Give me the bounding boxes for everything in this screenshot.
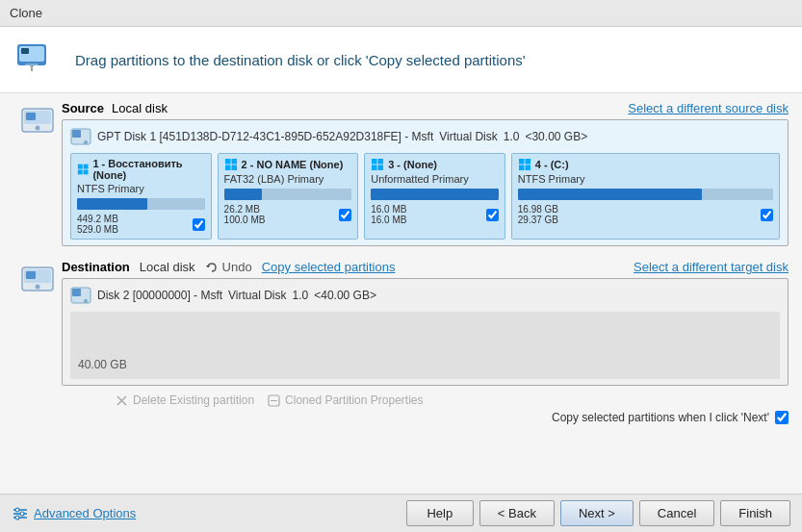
select-source-link[interactable]: Select a different source disk — [628, 101, 789, 115]
svg-rect-13 — [78, 165, 83, 169]
svg-rect-18 — [231, 159, 237, 165]
svg-point-35 — [84, 299, 88, 303]
source-disk-header: GPT Disk 1 [451D138D-D712-43C1-895D-652A… — [70, 126, 780, 147]
svg-point-43 — [15, 508, 19, 512]
partition-type: NTFS Primary — [77, 183, 205, 194]
footer: Advanced Options Help < Back Next > Canc… — [0, 494, 802, 532]
partition-type: Unformatted Primary — [371, 173, 499, 185]
title-bar-label: Clone — [10, 6, 42, 20]
dest-disk-type: Virtual Disk — [228, 289, 286, 302]
header-banner: Drag partitions to the destination disk … — [0, 27, 802, 93]
dest-disk-version: 1.0 — [293, 289, 309, 302]
copy-selected-partitions-link[interactable]: Copy selected partitions — [262, 260, 396, 274]
partition-card-1: 1 - Восстановить (None) NTFS Primary 449… — [70, 153, 212, 240]
cloned-properties-icon — [268, 394, 280, 407]
partition-size2: 16.0 MB — [371, 215, 406, 225]
svg-rect-14 — [84, 165, 89, 169]
advanced-options-button[interactable]: Advanced Options — [12, 505, 406, 522]
svg-rect-27 — [519, 165, 525, 171]
source-disk-version: 1.0 — [504, 130, 520, 143]
partition-checkbox-3[interactable] — [486, 209, 499, 221]
dest-body: Destination Local disk Undo Copy selecte… — [62, 260, 789, 386]
partition-bar-fill — [77, 198, 147, 210]
partition-header: 2 - NO NAME (None) — [224, 158, 352, 171]
svg-rect-32 — [26, 271, 36, 279]
partition-bar-fill — [371, 189, 499, 200]
partition-header: 3 - (None) — [371, 158, 499, 171]
dest-disk-drive-icon — [20, 262, 55, 296]
back-button[interactable]: < Back — [479, 500, 555, 526]
title-bar: Clone — [0, 0, 802, 27]
partition-name: 2 - NO NAME (None) — [242, 159, 344, 170]
source-disk-name: GPT Disk 1 [451D138D-D712-43C1-895D-652A… — [97, 130, 433, 143]
select-target-link[interactable]: Select a different target disk — [634, 260, 789, 274]
svg-rect-21 — [372, 159, 377, 165]
partition-size-col: 26.2 MB 100.0 MB — [224, 204, 266, 225]
svg-rect-2 — [21, 48, 29, 54]
source-section: Source Local disk Select a different sou… — [0, 93, 802, 254]
cancel-button[interactable]: Cancel — [639, 500, 714, 526]
partition-bar-bg — [371, 189, 499, 200]
partition-name: 4 - (C:) — [535, 159, 569, 170]
help-button[interactable]: Help — [406, 500, 474, 526]
svg-rect-34 — [72, 289, 81, 296]
svg-rect-19 — [225, 165, 231, 171]
partition-size-col: 16.0 MB 16.0 MB — [371, 204, 406, 225]
svg-rect-11 — [72, 130, 81, 138]
partition-checkbox-4[interactable] — [761, 209, 773, 221]
svg-rect-4 — [31, 67, 33, 71]
partition-size2: 529.0 MB — [77, 224, 118, 235]
partition-size1: 449.2 MB — [77, 214, 118, 224]
partition-checkbox-2[interactable] — [339, 209, 351, 221]
partition-header: 4 - (C:) — [518, 158, 773, 171]
svg-rect-17 — [225, 159, 231, 165]
partition-size-col: 449.2 MB 529.0 MB — [77, 214, 118, 235]
source-icon-col — [13, 101, 62, 138]
windows-icon — [224, 158, 238, 171]
windows-icon — [518, 158, 531, 171]
copy-next-checkbox[interactable] — [775, 411, 789, 424]
dest-disk-icon — [70, 285, 91, 306]
partition-bar-fill — [518, 189, 702, 200]
svg-point-12 — [84, 140, 88, 144]
next-button[interactable]: Next > — [560, 500, 634, 526]
svg-rect-25 — [519, 159, 525, 165]
windows-icon — [371, 158, 384, 171]
dest-disk-name: Disk 2 [00000000] - Msft — [97, 289, 222, 302]
partition-card-2: 2 - NO NAME (None) FAT32 (LBA) Primary 2… — [218, 153, 359, 240]
dest-disk-header: Disk 2 [00000000] - Msft Virtual Disk 1.… — [70, 285, 780, 306]
source-disk-outer: GPT Disk 1 [451D138D-D712-43C1-895D-652A… — [62, 119, 789, 246]
bottom-options: Delete Existing partition Cloned Partiti… — [0, 388, 802, 409]
partition-name: 1 - Восстановить (None) — [92, 158, 204, 181]
advanced-options-icon — [12, 505, 29, 522]
svg-point-45 — [15, 516, 19, 519]
svg-rect-16 — [84, 169, 89, 174]
partition-sizes: 16.0 MB 16.0 MB — [371, 204, 499, 225]
undo-button[interactable]: Undo — [205, 260, 252, 274]
partition-size1: 26.2 MB — [224, 204, 266, 215]
svg-rect-20 — [231, 165, 237, 171]
source-disk-type: Virtual Disk — [439, 130, 497, 143]
finish-button[interactable]: Finish — [720, 500, 790, 526]
svg-rect-15 — [78, 169, 83, 174]
delete-partition-option: Delete Existing partition — [116, 393, 254, 407]
source-top-row: Source Local disk Select a different sou… — [62, 101, 789, 115]
svg-point-8 — [36, 126, 40, 131]
dest-disk-outer: Disk 2 [00000000] - Msft Virtual Disk 1.… — [62, 278, 789, 386]
destination-section: Destination Local disk Undo Copy selecte… — [0, 254, 802, 388]
undo-icon — [205, 261, 219, 274]
dest-empty-area: 40.00 GB — [70, 312, 780, 379]
delete-partition-label: Delete Existing partition — [133, 393, 254, 407]
copy-next-label: Copy selected partitions when I click 'N… — [552, 411, 769, 424]
partition-bar-bg — [224, 189, 352, 200]
cloned-properties-label: Cloned Partition Properties — [285, 393, 423, 407]
copy-next-row: Copy selected partitions when I click 'N… — [0, 409, 802, 424]
dest-top-row: Destination Local disk Undo Copy selecte… — [62, 260, 789, 274]
partition-type: FAT32 (LBA) Primary — [224, 173, 352, 185]
dest-label: Destination — [62, 260, 130, 274]
svg-rect-22 — [378, 159, 384, 165]
partition-type: NTFS Primary — [518, 173, 773, 185]
partition-size2: 29.37 GB — [518, 215, 558, 225]
partition-checkbox-1[interactable] — [193, 218, 205, 231]
partition-size2: 100.0 MB — [224, 215, 266, 225]
